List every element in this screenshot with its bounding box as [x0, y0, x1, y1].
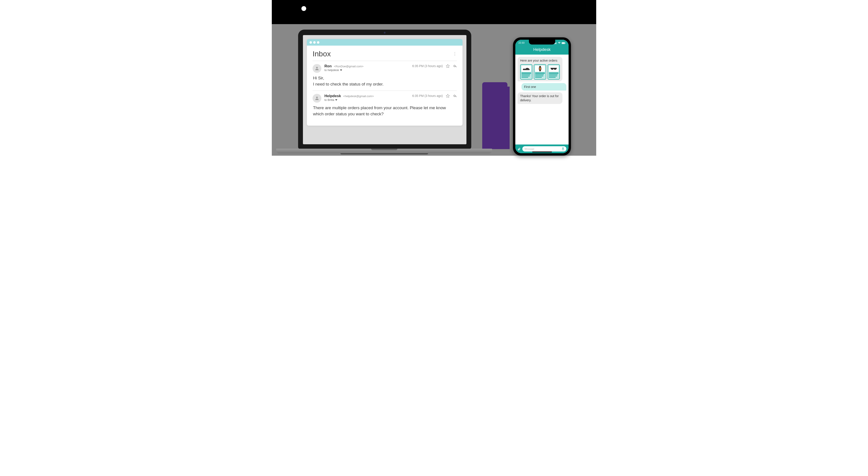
laptop-device: Inbox ⋮ Ron — [276, 30, 492, 161]
svg-rect-10 — [565, 42, 565, 43]
bot-message-text: Here are your active orders — [520, 59, 560, 62]
svg-rect-16 — [563, 147, 563, 149]
avatar — [313, 64, 321, 73]
top-black-bar — [272, 0, 596, 24]
shoe-icon — [522, 65, 531, 72]
reply-icon[interactable] — [453, 94, 457, 98]
email-thread: Ron <RonDoe@gmail.com> to helpdesk — [313, 61, 457, 91]
email-timestamp: 6:35 PM (3 hours ago) — [412, 64, 443, 68]
order-card[interactable] — [520, 64, 532, 80]
laptop-lid: Inbox ⋮ Ron — [298, 30, 471, 149]
window-control-dot[interactable] — [317, 41, 319, 43]
svg-rect-9 — [562, 42, 565, 43]
svg-marker-1 — [446, 64, 450, 68]
svg-marker-3 — [446, 94, 450, 97]
recipient-line: to Britta — [324, 98, 334, 101]
caret-down-icon[interactable] — [335, 99, 337, 101]
wifi-icon — [558, 41, 561, 44]
svg-point-0 — [316, 67, 318, 68]
sunglasses-icon — [549, 65, 558, 72]
order-card[interactable] — [534, 64, 546, 80]
user-message: First one — [522, 83, 566, 91]
mic-icon[interactable] — [562, 147, 564, 150]
window-control-dot[interactable] — [310, 41, 312, 43]
svg-point-2 — [316, 97, 318, 98]
attachment-icon[interactable] — [518, 147, 521, 151]
phone-screen: 22:33 Helpdesk Here are your active — [515, 40, 568, 153]
email-body: Hi Sir, I need to check the status of my… — [313, 75, 457, 87]
reply-icon[interactable] — [453, 64, 457, 68]
sender-address: <RonDoe@gmail.com> — [334, 65, 364, 68]
laptop-camera-dot — [384, 32, 385, 34]
svg-rect-15 — [539, 70, 541, 71]
chat-scroll-area[interactable]: Here are your active orders — [515, 55, 568, 145]
laptop-foot-shadow — [340, 153, 428, 154]
svg-rect-5 — [555, 43, 555, 44]
laptop-trackpad-notch — [371, 149, 397, 150]
sender-name: Helpdesk — [324, 94, 341, 98]
bot-message: Thanks! Your order is out for delivery. — [518, 92, 562, 104]
svg-rect-7 — [556, 42, 557, 44]
email-timestamp: 6:35 PM (3 hours ago) — [412, 94, 443, 97]
svg-rect-4 — [554, 43, 555, 44]
sender-address: <helpdesk@gmail.com> — [343, 94, 374, 98]
bot-message: Here are your active orders — [518, 57, 562, 81]
caret-down-icon[interactable] — [340, 69, 342, 71]
message-input-placeholder: Message — [525, 148, 534, 150]
watch-icon — [535, 65, 545, 72]
avatar — [313, 94, 321, 102]
phone-home-indicator[interactable] — [532, 151, 552, 152]
phone-device: 22:33 Helpdesk Here are your active — [513, 37, 571, 156]
user-message-text: First one — [524, 85, 536, 89]
more-menu-icon[interactable]: ⋮ — [453, 53, 457, 55]
email-body: There are multiple orders placed from yo… — [313, 105, 457, 117]
window-titlebar — [307, 39, 463, 46]
message-input[interactable]: Message — [522, 146, 566, 151]
recipient-line: to helpdesk — [324, 68, 339, 72]
bot-message-text: Thanks! Your order is out for delivery. — [520, 94, 559, 102]
inbox-title: Inbox — [313, 50, 331, 58]
svg-rect-14 — [539, 68, 541, 70]
star-icon[interactable] — [446, 64, 450, 68]
chat-header-title: Helpdesk — [515, 46, 568, 55]
email-window: Inbox ⋮ Ron — [307, 39, 463, 126]
window-control-dot[interactable] — [313, 41, 316, 43]
sender-name: Ron — [324, 64, 332, 68]
star-icon[interactable] — [446, 94, 450, 98]
purple-folder-shape-extra — [496, 87, 509, 149]
order-card[interactable] — [548, 64, 560, 80]
laptop-screen: Inbox ⋮ Ron — [303, 35, 466, 144]
svg-rect-11 — [523, 69, 530, 70]
email-thread: Helpdesk <helpdesk@gmail.com> to Britta — [313, 91, 457, 120]
white-dot — [301, 6, 306, 11]
phone-notch — [529, 40, 555, 44]
svg-rect-12 — [539, 66, 541, 67]
status-time: 22:33 — [518, 41, 525, 44]
svg-rect-6 — [555, 42, 556, 44]
battery-icon — [562, 41, 565, 44]
